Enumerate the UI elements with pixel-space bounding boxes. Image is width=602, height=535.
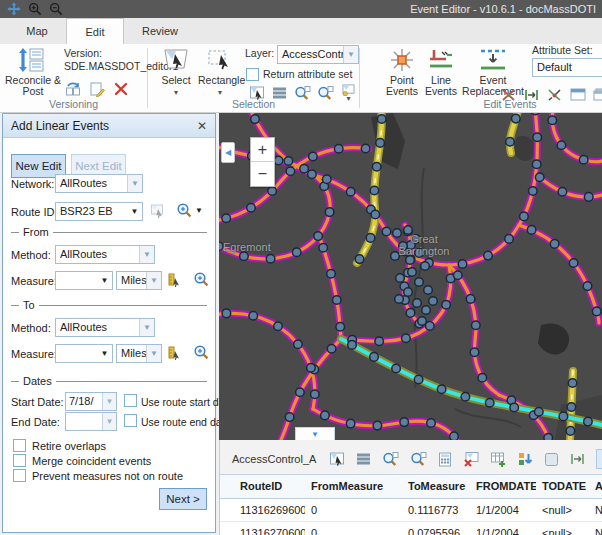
from-unit-arrow[interactable]: ▼	[146, 272, 161, 289]
column-header[interactable]	[220, 475, 234, 498]
from-method-select[interactable]: AllRoutes▼	[55, 245, 155, 264]
tab-edit[interactable]: Edit	[66, 18, 124, 44]
reconcile-post-button[interactable]: Reconcile & Post	[4, 47, 62, 97]
to-measure-arrow[interactable]: ▼	[97, 345, 112, 362]
to-measure-on-map-icon[interactable]	[166, 344, 184, 362]
rectangle-dropdown-arrow[interactable]: ▾	[218, 88, 222, 97]
delete-version-icon[interactable]	[112, 80, 129, 97]
cell-routeid[interactable]: 11316270600	[234, 521, 305, 535]
select-route-on-map-icon[interactable]	[149, 202, 167, 220]
table-collapse-tab[interactable]: ▼	[295, 427, 335, 440]
attribute-set-select[interactable]: Default	[532, 58, 602, 77]
select-dropdown-arrow[interactable]: ▾	[174, 88, 178, 97]
tab-review[interactable]: Review	[124, 18, 196, 44]
table-sort-icon[interactable]	[517, 451, 533, 468]
map-zoom-in-button[interactable]: +	[251, 138, 274, 162]
table-calculator-icon[interactable]	[438, 451, 452, 468]
to-measure-combo[interactable]: ▼	[55, 344, 113, 363]
zoom-out-tool-icon[interactable]	[48, 2, 63, 17]
cell-frommeasure[interactable]: 0	[305, 521, 402, 535]
cell-tomeasure[interactable]: 0.0795596	[402, 521, 470, 535]
cell[interactable]	[220, 521, 234, 535]
dates-section-divider: Dates	[11, 375, 207, 387]
route-zoom-arrow[interactable]: ▼	[195, 206, 203, 215]
rectangle-select-button[interactable]: Rectangle▾	[198, 47, 242, 98]
table-pan-to-selected-icon[interactable]	[410, 451, 427, 468]
use-route-start-checkbox[interactable]	[124, 394, 137, 407]
to-zoom-icon[interactable]	[192, 343, 210, 361]
column-header-fromdate[interactable]: FROMDATE	[470, 475, 536, 498]
route-zoom-icon[interactable]	[175, 201, 193, 219]
from-zoom-icon[interactable]	[192, 270, 210, 288]
table-row[interactable]: 11316269600 0 0.1116773 1/1/2004 <null> …	[220, 498, 602, 521]
return-attribute-set-checkbox[interactable]	[246, 68, 259, 81]
cell-todate[interactable]: <null>	[536, 521, 589, 535]
table-select-features-icon[interactable]	[329, 451, 345, 468]
map-canvas[interactable]	[219, 113, 602, 440]
to-unit-select[interactable]: Miles▼	[116, 344, 162, 363]
column-header-todate[interactable]: TODATE	[536, 475, 589, 498]
merge-coincident-checkbox[interactable]	[13, 454, 26, 467]
from-measure-combo[interactable]: ▼	[55, 271, 113, 290]
to-unit-arrow[interactable]: ▼	[146, 345, 161, 362]
end-date-input[interactable]: ▼	[65, 412, 117, 431]
table-add-row-icon[interactable]	[490, 451, 506, 468]
from-measure-arrow[interactable]: ▼	[97, 272, 112, 289]
return-attribute-set-label: Return attribute set	[263, 68, 352, 81]
panel-close-icon[interactable]: ✕	[197, 119, 207, 133]
column-header-ac[interactable]: AC	[589, 475, 602, 498]
route-id-combo[interactable]: BSR23 EB▼	[55, 202, 143, 221]
change-version-icon[interactable]	[64, 80, 81, 97]
cell-todate[interactable]: <null>	[536, 498, 589, 521]
cell-routeid[interactable]: 11316269600	[234, 498, 305, 521]
route-id-combo-arrow[interactable]: ▼	[127, 203, 142, 220]
collapse-panel-arrow[interactable]: ◀	[221, 142, 235, 163]
to-method-select[interactable]: AllRoutes▼	[55, 318, 155, 337]
cell-ac[interactable]: N	[589, 521, 602, 535]
prevent-measures-checkbox[interactable]	[13, 469, 26, 482]
table-measure-icon[interactable]	[570, 451, 585, 468]
line-events-button[interactable]: Line Events	[422, 47, 460, 97]
table-header-row: RouteID FromMeasure ToMeasure FROMDATE T…	[220, 475, 602, 498]
column-header-frommeasure[interactable]: FromMeasure	[305, 475, 402, 498]
cell-ac[interactable]: N	[589, 498, 602, 521]
column-header-tomeasure[interactable]: ToMeasure	[402, 475, 470, 498]
map-zoom-out-button[interactable]: −	[251, 162, 274, 186]
table-clear-selection-icon[interactable]	[463, 451, 479, 468]
start-date-arrow[interactable]: ▼	[102, 393, 116, 410]
zoom-in-tool-icon[interactable]	[27, 2, 42, 17]
layer-select[interactable]: AccessControl_A▼	[277, 45, 359, 64]
from-measure-on-map-icon[interactable]	[166, 271, 184, 289]
point-events-button[interactable]: Point Events	[382, 47, 422, 97]
attribute-table-panel: AccessControl_A S	[219, 440, 602, 535]
from-method-arrow[interactable]: ▼	[139, 246, 154, 263]
map-viewport[interactable]: Egremont Great Barrington ◀ + − ▼	[219, 113, 602, 440]
network-select[interactable]: AllRoutes▼	[55, 174, 143, 193]
retire-overlaps-checkbox[interactable]	[13, 439, 26, 452]
attribute-table[interactable]: RouteID FromMeasure ToMeasure FROMDATE T…	[220, 475, 602, 535]
layer-select-arrow[interactable]: ▼	[343, 46, 358, 63]
tab-map[interactable]: Map	[8, 18, 66, 44]
table-list-icon[interactable]	[356, 451, 371, 468]
use-route-end-checkbox[interactable]	[124, 414, 137, 427]
cell-frommeasure[interactable]: 0	[305, 498, 402, 521]
cell-fromdate[interactable]: 1/1/2004	[470, 498, 536, 521]
cell-tomeasure[interactable]: 0.1116773	[402, 498, 470, 521]
use-route-end-label: Use route end date	[141, 416, 230, 428]
table-row[interactable]: 11316270600 0 0.0795596 1/1/2004 <null> …	[220, 521, 602, 535]
column-header-routeid[interactable]: RouteID	[234, 475, 305, 498]
next-button[interactable]: Next >	[159, 488, 207, 510]
start-date-input[interactable]: 7/18/▼	[65, 392, 117, 411]
end-date-arrow[interactable]: ▼	[102, 413, 116, 430]
cell[interactable]	[220, 498, 234, 521]
pan-tool-icon[interactable]	[6, 2, 21, 17]
select-tool-button[interactable]: Select▾	[158, 47, 194, 98]
new-version-icon[interactable]	[88, 80, 105, 97]
from-unit-select[interactable]: Miles▼	[116, 271, 162, 290]
table-identify-icon[interactable]	[544, 451, 559, 468]
to-method-arrow[interactable]: ▼	[139, 319, 154, 336]
table-zoom-to-selected-icon[interactable]	[382, 451, 399, 468]
table-partial-button[interactable]: S	[596, 449, 602, 469]
network-select-arrow[interactable]: ▼	[127, 175, 142, 192]
cell-fromdate[interactable]: 1/1/2004	[470, 521, 536, 535]
